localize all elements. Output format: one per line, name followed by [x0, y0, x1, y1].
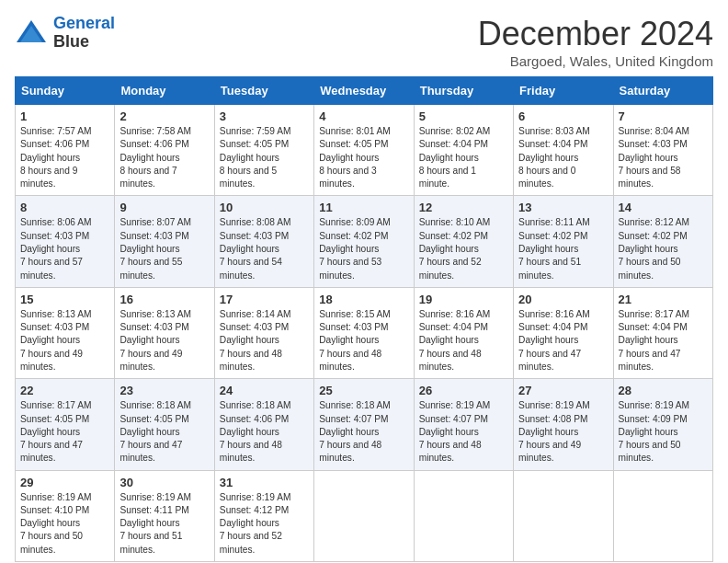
logo-icon: [15, 17, 48, 50]
calendar-cell: 3Sunrise: 7:59 AMSunset: 4:05 PMDaylight…: [214, 105, 313, 196]
calendar-table: SundayMondayTuesdayWednesdayThursdayFrid…: [15, 76, 713, 562]
col-header-sunday: Sunday: [16, 77, 115, 105]
calendar-cell: 28Sunrise: 8:19 AMSunset: 4:09 PMDayligh…: [613, 379, 712, 470]
calendar-cell: 15Sunrise: 8:13 AMSunset: 4:03 PMDayligh…: [16, 287, 115, 378]
calendar-cell: 10Sunrise: 8:08 AMSunset: 4:03 PMDayligh…: [214, 196, 313, 287]
col-header-monday: Monday: [115, 77, 214, 105]
col-header-friday: Friday: [514, 77, 613, 105]
day-detail: Sunrise: 8:08 AMSunset: 4:03 PMDaylight …: [220, 216, 309, 282]
calendar-cell: 20Sunrise: 8:16 AMSunset: 4:04 PMDayligh…: [514, 287, 613, 378]
week-row-2: 8Sunrise: 8:06 AMSunset: 4:03 PMDaylight…: [16, 196, 713, 287]
day-detail: Sunrise: 8:12 AMSunset: 4:02 PMDaylight …: [619, 216, 708, 282]
day-detail: Sunrise: 8:18 AMSunset: 4:06 PMDaylight …: [220, 399, 309, 465]
day-number: 16: [119, 293, 209, 306]
calendar-cell: 17Sunrise: 8:14 AMSunset: 4:03 PMDayligh…: [214, 287, 313, 378]
calendar-cell: 21Sunrise: 8:17 AMSunset: 4:04 PMDayligh…: [613, 287, 712, 378]
day-detail: Sunrise: 8:03 AMSunset: 4:04 PMDaylight …: [518, 125, 608, 190]
day-number: 12: [419, 201, 508, 214]
calendar-cell: 19Sunrise: 8:16 AMSunset: 4:04 PMDayligh…: [414, 287, 513, 378]
day-detail: Sunrise: 8:13 AMSunset: 4:03 PMDaylight …: [119, 308, 209, 373]
col-header-wednesday: Wednesday: [314, 77, 414, 105]
day-detail: Sunrise: 8:18 AMSunset: 4:07 PMDaylight …: [319, 399, 408, 465]
day-number: 6: [518, 109, 608, 123]
day-number: 24: [220, 384, 309, 397]
day-number: 27: [518, 384, 608, 397]
calendar-header-row: SundayMondayTuesdayWednesdayThursdayFrid…: [16, 77, 713, 105]
calendar-cell: 25Sunrise: 8:18 AMSunset: 4:07 PMDayligh…: [314, 379, 414, 470]
location: Bargoed, Wales, United Kingdom: [478, 53, 713, 69]
month-title: December 2024: [478, 15, 713, 53]
calendar-cell: 1Sunrise: 7:57 AMSunset: 4:06 PMDaylight…: [16, 105, 115, 196]
calendar-cell: 7Sunrise: 8:04 AMSunset: 4:03 PMDaylight…: [613, 105, 712, 196]
day-detail: Sunrise: 8:17 AMSunset: 4:04 PMDaylight …: [619, 308, 708, 373]
calendar-cell: 16Sunrise: 8:13 AMSunset: 4:03 PMDayligh…: [115, 287, 214, 378]
day-number: 11: [319, 201, 408, 214]
calendar-cell: 6Sunrise: 8:03 AMSunset: 4:04 PMDaylight…: [514, 105, 613, 196]
day-number: 22: [20, 384, 109, 397]
day-number: 15: [20, 293, 109, 306]
week-row-3: 15Sunrise: 8:13 AMSunset: 4:03 PMDayligh…: [16, 287, 713, 378]
day-number: 31: [220, 476, 309, 489]
day-number: 10: [220, 201, 309, 214]
day-detail: Sunrise: 8:13 AMSunset: 4:03 PMDaylight …: [20, 308, 109, 373]
logo-text: General Blue: [53, 15, 115, 52]
day-number: 21: [619, 293, 708, 306]
day-number: 3: [220, 109, 309, 123]
day-detail: Sunrise: 8:15 AMSunset: 4:03 PMDaylight …: [319, 308, 408, 373]
day-detail: Sunrise: 7:58 AMSunset: 4:06 PMDaylight …: [119, 125, 209, 190]
day-detail: Sunrise: 8:09 AMSunset: 4:02 PMDaylight …: [319, 216, 408, 282]
calendar-cell: 13Sunrise: 8:11 AMSunset: 4:02 PMDayligh…: [514, 196, 613, 287]
calendar-cell: 5Sunrise: 8:02 AMSunset: 4:04 PMDaylight…: [414, 105, 513, 196]
day-number: 23: [119, 384, 209, 397]
day-detail: Sunrise: 8:16 AMSunset: 4:04 PMDaylight …: [419, 308, 508, 373]
day-number: 26: [419, 384, 508, 397]
calendar-cell: 18Sunrise: 8:15 AMSunset: 4:03 PMDayligh…: [314, 287, 414, 378]
day-detail: Sunrise: 8:06 AMSunset: 4:03 PMDaylight …: [20, 216, 109, 282]
week-row-4: 22Sunrise: 8:17 AMSunset: 4:05 PMDayligh…: [16, 379, 713, 470]
week-row-5: 29Sunrise: 8:19 AMSunset: 4:10 PMDayligh…: [16, 470, 713, 561]
calendar-cell: 24Sunrise: 8:18 AMSunset: 4:06 PMDayligh…: [214, 379, 313, 470]
col-header-thursday: Thursday: [414, 77, 513, 105]
calendar-cell: [314, 470, 414, 561]
week-row-1: 1Sunrise: 7:57 AMSunset: 4:06 PMDaylight…: [16, 105, 713, 196]
calendar-cell: 9Sunrise: 8:07 AMSunset: 4:03 PMDaylight…: [115, 196, 214, 287]
day-detail: Sunrise: 8:19 AMSunset: 4:10 PMDaylight …: [20, 491, 109, 557]
col-header-saturday: Saturday: [613, 77, 712, 105]
day-number: 18: [319, 293, 408, 306]
day-detail: Sunrise: 8:19 AMSunset: 4:12 PMDaylight …: [220, 491, 309, 557]
day-number: 2: [119, 109, 209, 123]
calendar-cell: 23Sunrise: 8:18 AMSunset: 4:05 PMDayligh…: [115, 379, 214, 470]
day-detail: Sunrise: 7:57 AMSunset: 4:06 PMDaylight …: [20, 125, 109, 190]
header: General Blue December 2024 Bargoed, Wale…: [15, 15, 713, 69]
day-number: 5: [419, 109, 508, 123]
day-number: 8: [20, 201, 109, 214]
calendar-cell: 29Sunrise: 8:19 AMSunset: 4:10 PMDayligh…: [16, 470, 115, 561]
calendar-cell: 8Sunrise: 8:06 AMSunset: 4:03 PMDaylight…: [16, 196, 115, 287]
calendar-cell: 14Sunrise: 8:12 AMSunset: 4:02 PMDayligh…: [613, 196, 712, 287]
day-number: 25: [319, 384, 408, 397]
col-header-tuesday: Tuesday: [214, 77, 313, 105]
day-detail: Sunrise: 8:19 AMSunset: 4:11 PMDaylight …: [119, 491, 209, 557]
day-detail: Sunrise: 8:01 AMSunset: 4:05 PMDaylight …: [319, 125, 408, 190]
day-detail: Sunrise: 8:02 AMSunset: 4:04 PMDaylight …: [419, 125, 508, 190]
day-detail: Sunrise: 8:19 AMSunset: 4:08 PMDaylight …: [518, 399, 608, 465]
day-detail: Sunrise: 8:10 AMSunset: 4:02 PMDaylight …: [419, 216, 508, 282]
calendar-cell: 12Sunrise: 8:10 AMSunset: 4:02 PMDayligh…: [414, 196, 513, 287]
calendar-cell: 22Sunrise: 8:17 AMSunset: 4:05 PMDayligh…: [16, 379, 115, 470]
day-detail: Sunrise: 8:18 AMSunset: 4:05 PMDaylight …: [119, 399, 209, 465]
day-number: 30: [119, 476, 209, 489]
day-detail: Sunrise: 8:07 AMSunset: 4:03 PMDaylight …: [119, 216, 209, 282]
calendar-cell: 30Sunrise: 8:19 AMSunset: 4:11 PMDayligh…: [115, 470, 214, 561]
day-detail: Sunrise: 8:04 AMSunset: 4:03 PMDaylight …: [619, 125, 708, 190]
logo: General Blue: [15, 15, 115, 52]
calendar-cell: 31Sunrise: 8:19 AMSunset: 4:12 PMDayligh…: [214, 470, 313, 561]
day-detail: Sunrise: 8:11 AMSunset: 4:02 PMDaylight …: [518, 216, 608, 282]
day-detail: Sunrise: 8:16 AMSunset: 4:04 PMDaylight …: [518, 308, 608, 373]
calendar-cell: 26Sunrise: 8:19 AMSunset: 4:07 PMDayligh…: [414, 379, 513, 470]
day-number: 13: [518, 201, 608, 214]
day-number: 28: [619, 384, 708, 397]
day-number: 7: [619, 109, 708, 123]
day-number: 9: [119, 201, 209, 214]
calendar-cell: 4Sunrise: 8:01 AMSunset: 4:05 PMDaylight…: [314, 105, 414, 196]
day-number: 19: [419, 293, 508, 306]
